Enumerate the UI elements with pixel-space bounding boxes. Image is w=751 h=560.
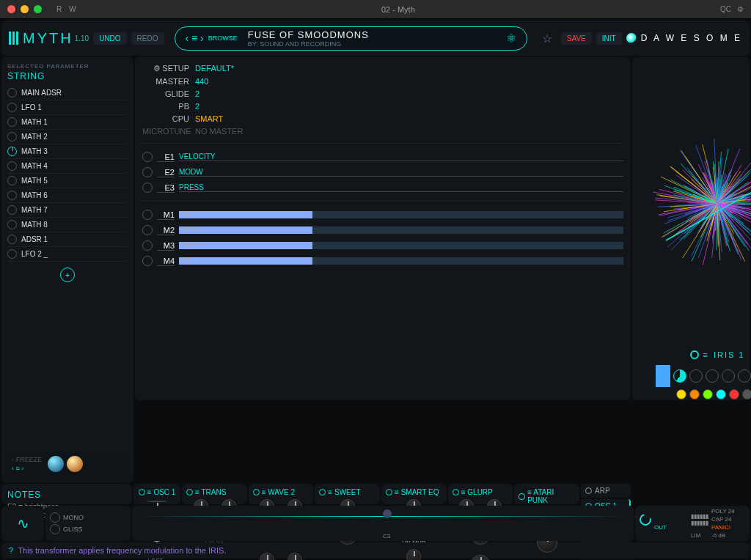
m1-slider[interactable]: SAW [179, 211, 623, 218]
master-value[interactable]: 440 [195, 77, 623, 86]
window-controls[interactable] [7, 5, 42, 13]
iris1-slot-0[interactable] [676, 389, 686, 399]
iris-1-visual[interactable] [637, 62, 751, 346]
preset-bar[interactable]: ‹ ≡ › BROWSE FUSE OF SMOODMONS BY: SOUND… [175, 26, 527, 51]
redo-button[interactable]: REDO [131, 32, 164, 45]
e3-value[interactable]: PRESS [179, 183, 623, 192]
glide-value[interactable]: 2 [195, 89, 623, 98]
gliss-label[interactable]: GLISS [63, 526, 83, 533]
close-icon[interactable] [7, 5, 15, 13]
freeze-orb-2[interactable] [67, 456, 83, 472]
settings-icon[interactable]: ⚙ [737, 5, 744, 13]
mod-ring-icon[interactable] [7, 191, 17, 200]
init-button[interactable]: INIT [596, 32, 622, 45]
mod-source-lfo-1[interactable]: LFO 1 [7, 100, 128, 115]
mod-ring-icon[interactable] [7, 235, 17, 244]
osc1-wet-knob[interactable] [147, 501, 167, 502]
mod-ring-icon[interactable] [7, 147, 17, 156]
iris1-slot-1[interactable] [689, 389, 700, 399]
m3-ring[interactable] [142, 240, 153, 251]
iris-1-label[interactable]: ≡ IRIS 1 [637, 346, 751, 364]
mono-ring[interactable] [50, 512, 60, 523]
cpu-value[interactable]: SMART [195, 114, 623, 123]
mod-source-math-2[interactable]: MATH 2 [7, 130, 128, 144]
m2-ring[interactable] [142, 225, 153, 235]
iris1-slot-3[interactable] [716, 389, 726, 399]
module-title[interactable]: ≡ WAVE 2 [253, 488, 309, 496]
mod-source-math-5[interactable]: MATH 5 [7, 174, 128, 188]
mod-source-main-adsr[interactable]: MAIN ADSR [7, 86, 128, 100]
mod-source-math-4[interactable]: MATH 4 [7, 159, 128, 174]
mod-ring-icon[interactable] [7, 103, 17, 112]
freeze-orb-1[interactable] [48, 456, 64, 472]
iris1-ctrl-0[interactable] [673, 369, 686, 383]
mod-source-adsr-1[interactable]: ADSR 1 [7, 232, 128, 247]
gliss-ring[interactable] [50, 524, 60, 534]
setup-heading[interactable]: ⚙SETUP [142, 64, 189, 73]
mod-ring-icon[interactable] [7, 176, 17, 185]
save-button[interactable]: SAVE [561, 32, 592, 45]
iris1-ctrl-2[interactable] [706, 369, 719, 383]
m4-slider[interactable]: FM [179, 257, 623, 265]
microtune-value[interactable]: NO MASTER [195, 127, 623, 136]
minimize-icon[interactable] [21, 5, 29, 13]
wave-icon[interactable]: ∿ [1, 506, 44, 541]
favorite-icon[interactable]: ☆ [542, 32, 552, 45]
osc1-title[interactable]: ≡ OSC 1 [139, 488, 176, 496]
module-title[interactable]: ≡ TRANS [186, 488, 243, 496]
mod-source-math-6[interactable]: MATH 6 [7, 188, 128, 203]
e3-ring[interactable] [142, 183, 153, 193]
freeze-nav[interactable]: ‹ ≡ › [12, 465, 42, 472]
panic-button[interactable]: PANIC! [711, 524, 745, 531]
iris1-ctrl-4[interactable] [738, 369, 751, 383]
mod-ring-icon[interactable] [7, 205, 17, 215]
preset-prev-icon[interactable]: ‹ ≡ › [186, 32, 204, 44]
undo-button[interactable]: UNDO [93, 32, 126, 45]
mod-source-math-1[interactable]: MATH 1 [7, 115, 128, 130]
m3-slider[interactable]: SQUARE [179, 242, 623, 249]
add-modulation-button[interactable]: + [60, 268, 75, 282]
freeze-label[interactable]: FREEZE [16, 456, 43, 463]
mod-ring-icon[interactable] [7, 88, 17, 97]
iris1-slot-4[interactable] [729, 389, 739, 399]
iris1-ctrl-3[interactable] [722, 369, 735, 383]
mod-source-lfo-2-_[interactable]: LFO 2 _ [7, 247, 128, 262]
pb-value[interactable]: 2 [195, 102, 623, 111]
module-title[interactable]: ≡ SWEET [319, 488, 376, 496]
keyboard-indicator[interactable] [383, 509, 392, 518]
m2-slider[interactable]: BRASS [179, 226, 623, 234]
e2-value[interactable]: MODW [179, 168, 623, 177]
mod-ring-icon[interactable] [7, 132, 17, 141]
iris1-ctrl-1[interactable] [689, 369, 703, 383]
module-title[interactable]: ≡ SMART EQ [386, 488, 442, 496]
keyboard-strip[interactable]: C3 [132, 506, 634, 541]
mod-source-math-7[interactable]: MATH 7 [7, 203, 128, 218]
qc-button[interactable]: QC [720, 5, 731, 13]
e1-value[interactable]: VELOCITY [179, 152, 623, 161]
module-title[interactable]: ≡ GLURP [453, 488, 509, 496]
tab-arp[interactable]: ARP [581, 484, 631, 498]
m4-ring[interactable] [142, 256, 153, 266]
iris1-slot-2[interactable] [703, 389, 713, 399]
mod-ring-icon[interactable] [7, 249, 17, 259]
mono-label[interactable]: MONO [63, 514, 84, 521]
mod-source-math-3[interactable]: MATH 3 [7, 144, 128, 159]
atom-icon[interactable]: ⚛ [506, 32, 516, 45]
mod-ring-icon[interactable] [7, 117, 17, 127]
maximize-icon[interactable] [34, 5, 42, 13]
tool-w[interactable]: W [69, 5, 76, 13]
module-title[interactable]: ≡ ATARI PUNK [519, 488, 575, 504]
mod-ring-icon[interactable] [7, 161, 17, 171]
e1-ring[interactable] [142, 152, 153, 162]
mod-ring-icon[interactable] [7, 220, 17, 229]
e2-ring[interactable] [142, 167, 153, 177]
tool-r[interactable]: R [56, 5, 62, 13]
help-icon[interactable]: ? [9, 546, 13, 555]
presence-knob[interactable] [406, 549, 421, 560]
m1-ring[interactable] [142, 210, 153, 220]
iris1-triangle-icon[interactable] [656, 365, 670, 387]
browse-label[interactable]: BROWSE [208, 34, 238, 42]
mod-source-math-8[interactable]: MATH 8 [7, 218, 128, 232]
setup-preset-value[interactable]: DEFAULT* [195, 64, 623, 73]
iris1-slot-5[interactable] [742, 389, 751, 399]
